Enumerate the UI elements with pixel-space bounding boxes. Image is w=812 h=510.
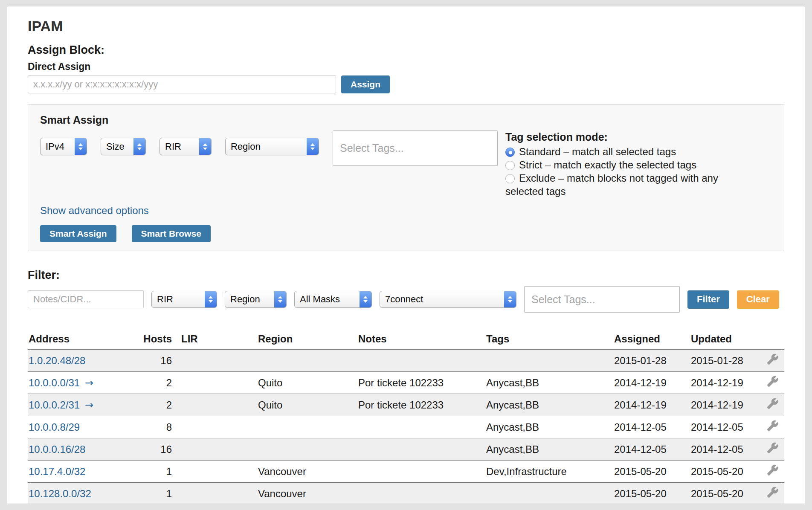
tags-cell: Anycast,BB xyxy=(478,394,606,416)
select-value: Region xyxy=(226,141,307,152)
select-value: RIR xyxy=(160,141,199,152)
assigned-cell: 2015-01-28 xyxy=(606,350,682,372)
direct-assign-label: Direct Assign xyxy=(28,61,784,72)
clear-button[interactable]: Clear xyxy=(737,290,779,309)
filter-tags-input[interactable]: Select Tags... xyxy=(524,286,680,313)
col-lir: LIR xyxy=(173,331,249,350)
lir-cell xyxy=(173,350,249,372)
radio-button-icon xyxy=(505,174,515,183)
filter-select-masks[interactable]: All Masks xyxy=(294,291,372,308)
smart-assign-button[interactable]: Smart Assign xyxy=(40,225,116,242)
page-title: IPAM xyxy=(28,17,784,35)
smart-select-ip-version[interactable]: IPv4 xyxy=(40,138,87,155)
address-link[interactable]: 10.0.0.2/31 xyxy=(29,399,80,411)
updated-cell: 2015-05-20 xyxy=(682,483,746,504)
table-row: 10.17.4.0/32 1 Vancouver Dev,Infrastruct… xyxy=(28,461,784,483)
address-link[interactable]: 10.17.4.0/32 xyxy=(29,466,85,477)
assigned-cell: 2014-12-05 xyxy=(606,438,682,461)
region-cell xyxy=(249,416,350,438)
wrench-icon[interactable] xyxy=(767,398,778,409)
col-region: Region xyxy=(249,331,350,350)
filter-select-region[interactable]: Region xyxy=(225,291,287,308)
region-cell xyxy=(249,438,350,461)
tag-mode-option-standard[interactable]: Standard – match all selected tags xyxy=(505,145,727,158)
radio-button-icon xyxy=(505,161,515,170)
assign-button[interactable]: Assign xyxy=(341,75,390,93)
wrench-icon[interactable] xyxy=(767,464,778,476)
radio-button-icon xyxy=(505,148,515,157)
hosts-cell: 8 xyxy=(134,416,173,438)
tags-cell xyxy=(478,483,606,504)
smart-select-rir[interactable]: RIR xyxy=(160,138,212,155)
select-chevrons-icon xyxy=(75,138,87,155)
smart-assign-heading: Smart Assign xyxy=(40,113,772,126)
notes-cell xyxy=(350,461,478,483)
notes-cell xyxy=(350,483,478,504)
smart-browse-button[interactable]: Smart Browse xyxy=(132,225,211,242)
tags-placeholder: Select Tags... xyxy=(531,293,595,306)
direct-assign-row: Assign xyxy=(28,75,784,93)
tags-cell xyxy=(478,350,606,372)
address-link[interactable]: 1.0.20.48/28 xyxy=(29,355,85,366)
radio-label: Exclude – match blocks not tagged with a… xyxy=(505,172,718,197)
tags-cell: Anycast,BB xyxy=(478,416,606,438)
region-cell: Quito xyxy=(249,394,350,416)
direct-assign-input[interactable] xyxy=(28,75,336,93)
wrench-icon[interactable] xyxy=(767,442,778,454)
smart-assign-buttons: Smart Assign Smart Browse xyxy=(40,225,772,242)
select-value: All Masks xyxy=(295,294,360,305)
smart-tags-input[interactable]: Select Tags... xyxy=(333,130,498,166)
tags-placeholder: Select Tags... xyxy=(340,142,404,154)
table-row: 10.0.0.8/29 8 Anycast,BB 2014-12-05 2014… xyxy=(28,416,784,438)
hosts-cell: 1 xyxy=(134,461,173,483)
lir-cell xyxy=(173,438,249,461)
assigned-cell: 2014-12-19 xyxy=(606,394,682,416)
wrench-icon[interactable] xyxy=(767,354,778,365)
lir-cell xyxy=(173,394,249,416)
hosts-cell: 2 xyxy=(134,394,173,416)
smart-select-size[interactable]: Size xyxy=(101,138,146,155)
table-header: Address Hosts LIR Region Notes Tags Assi… xyxy=(28,331,784,350)
wrench-icon[interactable] xyxy=(767,487,778,498)
col-assigned: Assigned xyxy=(606,331,682,350)
select-chevrons-icon xyxy=(504,291,516,307)
wrench-icon[interactable] xyxy=(767,420,778,432)
notes-cell: Por tickete 102233 xyxy=(350,394,478,416)
hosts-cell: 16 xyxy=(134,350,173,372)
region-cell: Vancouver xyxy=(249,483,350,504)
filter-notes-input[interactable] xyxy=(28,290,144,308)
select-chevrons-icon xyxy=(360,291,371,307)
address-link[interactable]: 10.128.0.0/32 xyxy=(29,488,91,499)
col-tags: Tags xyxy=(478,331,606,350)
notes-cell xyxy=(350,438,478,461)
ipam-table-body: 1.0.20.48/28 16 2015-01-28 2015-01-28 10… xyxy=(28,350,784,504)
filter-select-resource-holder[interactable]: 7connect xyxy=(380,291,516,308)
notes-cell xyxy=(350,416,478,438)
lir-cell xyxy=(173,416,249,438)
table-row: 10.0.0.0/31→ 2 Quito Por tickete 102233 … xyxy=(28,372,784,394)
updated-cell: 2014-12-05 xyxy=(682,416,746,438)
col-notes: Notes xyxy=(350,331,478,350)
smart-select-region[interactable]: Region xyxy=(225,138,319,155)
assigned-cell: 2014-12-05 xyxy=(606,416,682,438)
lir-cell xyxy=(173,372,249,394)
address-link[interactable]: 10.0.0.16/28 xyxy=(29,443,85,455)
updated-cell: 2015-05-20 xyxy=(682,461,746,483)
notes-cell: Por tickete 102233 xyxy=(350,372,478,394)
filter-select-rir[interactable]: RIR xyxy=(151,291,217,308)
smart-assign-controls: IPv4 Size RIR Region Select Tags... Tag … xyxy=(40,130,772,198)
region-cell: Quito xyxy=(249,372,350,394)
col-address: Address xyxy=(28,331,134,350)
tag-mode-option-exclude[interactable]: Exclude – match blocks not tagged with a… xyxy=(505,171,727,198)
select-chevrons-icon xyxy=(274,291,286,307)
address-link[interactable]: 10.0.0.0/31 xyxy=(29,377,80,388)
filter-row: RIR Region All Masks 7connect Select Tag… xyxy=(28,286,784,313)
advanced-options-link[interactable]: Show advanced options xyxy=(40,205,149,217)
tag-mode-option-strict[interactable]: Strict – match exactly the selected tags xyxy=(505,158,727,171)
wrench-icon[interactable] xyxy=(767,376,778,387)
address-link[interactable]: 10.0.0.8/29 xyxy=(29,421,80,433)
assigned-cell: 2014-12-19 xyxy=(606,372,682,394)
table-row: 10.0.0.16/28 16 Anycast,BB 2014-12-05 20… xyxy=(28,438,784,461)
updated-cell: 2015-01-28 xyxy=(682,350,746,372)
filter-button[interactable]: Filter xyxy=(687,290,729,309)
